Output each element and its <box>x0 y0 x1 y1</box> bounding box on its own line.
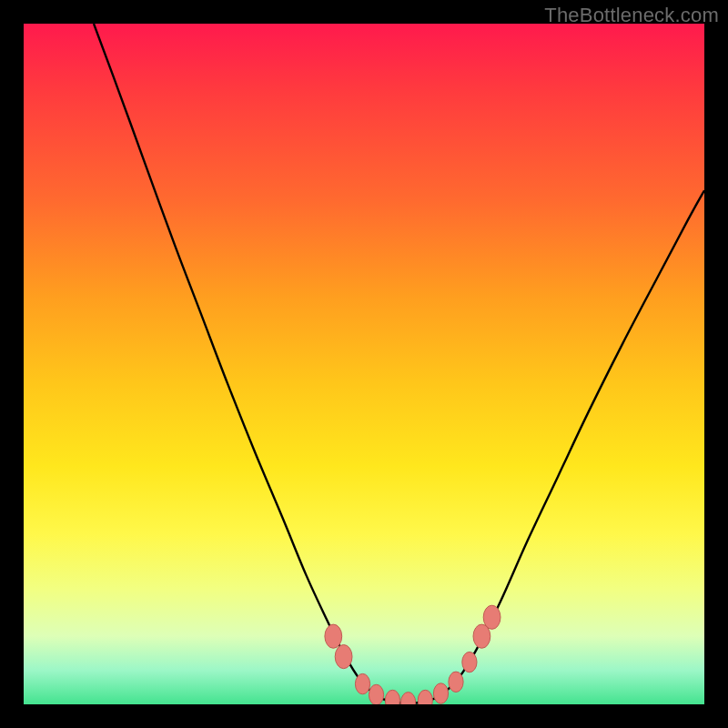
curve-marker <box>401 693 416 704</box>
curve-marker <box>449 672 463 692</box>
curve-marker <box>462 652 477 672</box>
curve-markers <box>325 605 500 704</box>
chart-svg <box>24 24 704 704</box>
chart-plot-area <box>24 24 704 704</box>
chart-frame: TheBottleneck.com <box>0 0 728 728</box>
v-curve <box>94 24 704 703</box>
curve-marker <box>385 690 399 704</box>
curve-marker <box>369 684 383 704</box>
curve-marker <box>325 624 342 648</box>
curve-marker <box>433 683 448 703</box>
curve-marker <box>418 690 432 704</box>
watermark-text: TheBottleneck.com <box>544 4 719 27</box>
curve-marker <box>335 645 352 669</box>
curve-marker <box>483 605 500 629</box>
curve-marker <box>355 673 369 693</box>
